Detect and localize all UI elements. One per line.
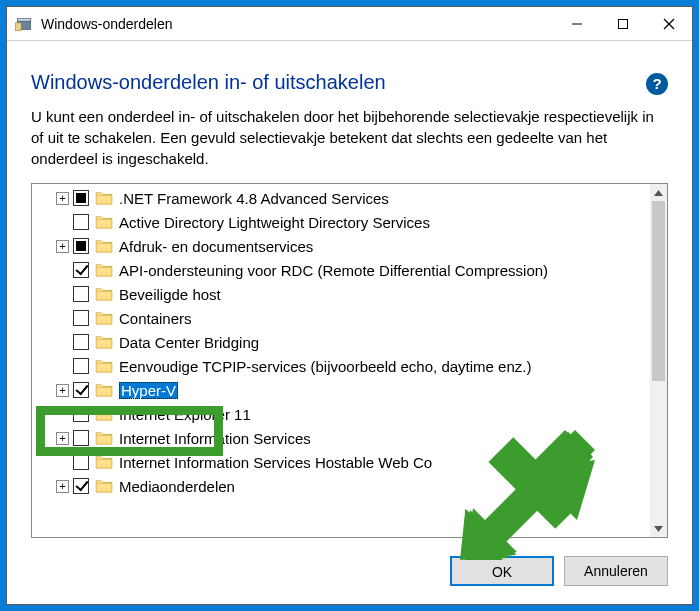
folder-icon bbox=[95, 407, 113, 421]
feature-checkbox[interactable] bbox=[73, 190, 89, 206]
feature-row[interactable]: API-ondersteuning voor RDC (Remote Diffe… bbox=[32, 258, 650, 282]
expand-spacer bbox=[56, 288, 69, 301]
folder-icon bbox=[95, 311, 113, 325]
feature-checkbox[interactable] bbox=[73, 382, 89, 398]
feature-label: Internet Information Services bbox=[119, 430, 311, 447]
folder-icon bbox=[95, 191, 113, 205]
folder-icon bbox=[95, 287, 113, 301]
feature-label: Beveiligde host bbox=[119, 286, 221, 303]
feature-label: Data Center Bridging bbox=[119, 334, 259, 351]
feature-row[interactable]: +Afdruk- en documentservices bbox=[32, 234, 650, 258]
feature-label: Active Directory Lightweight Directory S… bbox=[119, 214, 430, 231]
svg-rect-2 bbox=[16, 22, 22, 30]
svg-rect-4 bbox=[619, 19, 628, 28]
feature-row[interactable]: +Internet Information Services bbox=[32, 426, 650, 450]
window-icon bbox=[15, 15, 33, 33]
expand-toggle[interactable]: + bbox=[56, 240, 69, 253]
feature-label: API-ondersteuning voor RDC (Remote Diffe… bbox=[119, 262, 548, 279]
feature-checkbox[interactable] bbox=[73, 478, 89, 494]
features-listbox: +.NET Framework 4.8 Advanced ServicesAct… bbox=[31, 183, 668, 538]
cancel-button[interactable]: Annuleren bbox=[564, 556, 668, 586]
folder-icon bbox=[95, 479, 113, 493]
window-title: Windows-onderdelen bbox=[41, 16, 173, 32]
feature-checkbox[interactable] bbox=[73, 406, 89, 422]
feature-row[interactable]: Internet Explorer 11 bbox=[32, 402, 650, 426]
folder-icon bbox=[95, 335, 113, 349]
expand-spacer bbox=[56, 216, 69, 229]
scroll-up-arrow-icon[interactable] bbox=[650, 184, 667, 201]
scroll-thumb[interactable] bbox=[652, 201, 665, 381]
feature-label: Internet Explorer 11 bbox=[119, 406, 251, 423]
feature-checkbox[interactable] bbox=[73, 238, 89, 254]
feature-checkbox[interactable] bbox=[73, 358, 89, 374]
folder-icon bbox=[95, 359, 113, 373]
feature-label: Internet Information Services Hostable W… bbox=[119, 454, 432, 471]
dialog-description: U kunt een onderdeel in- of uitschakelen… bbox=[31, 106, 668, 169]
feature-checkbox[interactable] bbox=[73, 214, 89, 230]
maximize-button[interactable] bbox=[600, 7, 646, 40]
minimize-button[interactable] bbox=[554, 7, 600, 40]
folder-icon bbox=[95, 263, 113, 277]
expand-spacer bbox=[56, 456, 69, 469]
feature-label: Afdruk- en documentservices bbox=[119, 238, 313, 255]
expand-spacer bbox=[56, 336, 69, 349]
folder-icon bbox=[95, 431, 113, 445]
feature-row[interactable]: +.NET Framework 4.8 Advanced Services bbox=[32, 186, 650, 210]
feature-row[interactable]: Active Directory Lightweight Directory S… bbox=[32, 210, 650, 234]
feature-checkbox[interactable] bbox=[73, 262, 89, 278]
expand-toggle[interactable]: + bbox=[56, 384, 69, 397]
feature-label: .NET Framework 4.8 Advanced Services bbox=[119, 190, 389, 207]
close-button[interactable] bbox=[646, 7, 692, 40]
scrollbar[interactable] bbox=[650, 184, 667, 537]
feature-checkbox[interactable] bbox=[73, 430, 89, 446]
folder-icon bbox=[95, 239, 113, 253]
titlebar: Windows-onderdelen bbox=[7, 7, 692, 41]
svg-rect-1 bbox=[17, 18, 31, 21]
help-icon[interactable]: ? bbox=[646, 73, 668, 95]
expand-spacer bbox=[56, 264, 69, 277]
feature-checkbox[interactable] bbox=[73, 286, 89, 302]
folder-icon bbox=[95, 215, 113, 229]
feature-label: Containers bbox=[119, 310, 192, 327]
feature-row[interactable]: +Mediaonderdelen bbox=[32, 474, 650, 498]
expand-spacer bbox=[56, 312, 69, 325]
feature-row[interactable]: Internet Information Services Hostable W… bbox=[32, 450, 650, 474]
scroll-down-arrow-icon[interactable] bbox=[650, 520, 667, 537]
feature-label: Mediaonderdelen bbox=[119, 478, 235, 495]
svg-marker-7 bbox=[654, 190, 663, 196]
expand-spacer bbox=[56, 360, 69, 373]
feature-row[interactable]: Data Center Bridging bbox=[32, 330, 650, 354]
feature-checkbox[interactable] bbox=[73, 454, 89, 470]
expand-toggle[interactable]: + bbox=[56, 480, 69, 493]
dialog-window: Windows-onderdelen Windows-onderdelen in… bbox=[6, 6, 693, 605]
svg-marker-8 bbox=[654, 526, 663, 532]
feature-checkbox[interactable] bbox=[73, 334, 89, 350]
dialog-heading: Windows-onderdelen in- of uitschakelen bbox=[31, 71, 638, 94]
feature-row[interactable]: Eenvoudige TCPIP-services (bijvoorbeeld … bbox=[32, 354, 650, 378]
dialog-content: Windows-onderdelen in- of uitschakelen ?… bbox=[7, 41, 692, 604]
titlebar-controls bbox=[554, 7, 692, 40]
expand-toggle[interactable]: + bbox=[56, 192, 69, 205]
ok-button[interactable]: OK bbox=[450, 556, 554, 586]
expand-toggle[interactable]: + bbox=[56, 432, 69, 445]
feature-row[interactable]: +Hyper-V bbox=[32, 378, 650, 402]
expand-spacer bbox=[56, 408, 69, 421]
folder-icon bbox=[95, 383, 113, 397]
feature-label: Eenvoudige TCPIP-services (bijvoorbeeld … bbox=[119, 358, 531, 375]
feature-checkbox[interactable] bbox=[73, 310, 89, 326]
folder-icon bbox=[95, 455, 113, 469]
feature-row[interactable]: Containers bbox=[32, 306, 650, 330]
button-row: OK Annuleren bbox=[31, 538, 668, 604]
feature-row[interactable]: Beveiligde host bbox=[32, 282, 650, 306]
feature-label: Hyper-V bbox=[119, 382, 178, 399]
